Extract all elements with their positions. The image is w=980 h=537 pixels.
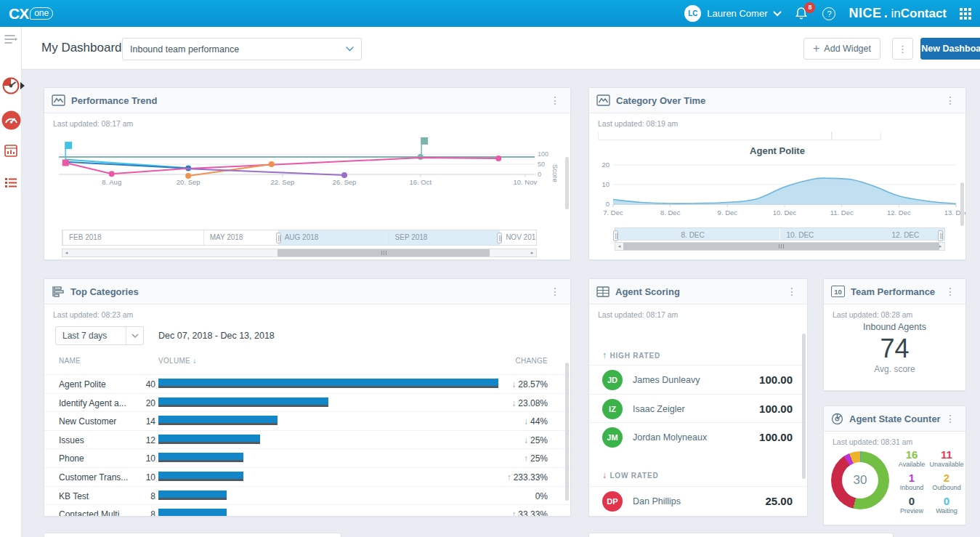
svg-text:11. Dec: 11. Dec — [830, 209, 854, 217]
volume-bar — [158, 379, 498, 388]
user-menu[interactable]: LC Lauren Comer — [684, 5, 782, 22]
agent-row[interactable]: JDJames Dunleavy100.00 — [589, 365, 807, 394]
category-row[interactable]: New Customer14↓44% — [44, 411, 570, 430]
category-row[interactable]: KB Test80% — [44, 486, 570, 505]
navigator-cell[interactable]: AUG 2018 — [278, 230, 389, 245]
arrow-down-icon: ↓ — [602, 470, 607, 480]
metric-label: Avg. score — [824, 364, 965, 374]
category-change: 0% — [535, 491, 548, 501]
scroll-thumb[interactable] — [278, 249, 490, 257]
agent-state-legend: 16Available11Unavailable1Inbound2Outboun… — [894, 449, 964, 517]
navigator-handle[interactable] — [276, 233, 281, 243]
sidebar-item-list[interactable] — [0, 177, 22, 188]
sidebar-item-reports[interactable] — [0, 145, 22, 157]
category-row[interactable]: Phone10↑25% — [44, 448, 570, 467]
category-row[interactable]: Customer Trans...10↑233.33% — [44, 467, 570, 486]
plus-icon: + — [813, 42, 819, 55]
navigator-cell[interactable]: FEB 2018 — [62, 230, 203, 245]
navigator-cell[interactable]: MAY 2018 — [203, 230, 278, 245]
widget-header: Performance Trend ⋮ — [44, 88, 570, 113]
category-change: ↑233.33% — [507, 472, 548, 483]
navigator-handle[interactable] — [497, 233, 502, 243]
scroll-left-arrow[interactable]: ◂ — [62, 249, 70, 257]
partial-widget-below-left — [44, 533, 341, 537]
agent-row[interactable]: JMJordan Molyneaux100.00 — [589, 422, 807, 451]
change-direction-icon: ↑ — [507, 472, 511, 483]
navigator-handle[interactable] — [613, 230, 618, 241]
widget-kebab-menu[interactable]: ⋮ — [942, 412, 958, 425]
change-value: 44% — [530, 416, 548, 427]
category-navigator[interactable]: 8. DEC10. DEC12. DEC — [615, 227, 945, 241]
agent-state-stat: 11Unavailable — [929, 449, 964, 471]
category-change: ↑33.33% — [511, 509, 548, 517]
performance-trend-scrollbar[interactable]: ◂▸ — [62, 249, 537, 257]
agent-row[interactable]: DPDan Phillips25.00 — [589, 486, 807, 515]
state-label: Outbound — [929, 484, 964, 492]
vertical-scrollbar[interactable] — [960, 182, 964, 226]
scroll-right-arrow[interactable]: ▸ — [528, 249, 536, 257]
navigator-cell[interactable]: SEP 2018 — [389, 230, 500, 245]
volume-bar — [158, 416, 278, 425]
collapsed-filter-outline — [598, 132, 881, 140]
vertical-scrollbar[interactable] — [565, 363, 569, 501]
category-row[interactable]: Issues12↓25% — [44, 430, 570, 449]
high-rated-rows: JDJames Dunleavy100.00IZIsaac Zeigler100… — [589, 365, 807, 451]
partial-widget-below-right — [588, 533, 894, 537]
widget-top-categories: Top Categories ⋮ Last updated: 08:23 am … — [44, 278, 571, 517]
widget-kebab-menu[interactable]: ⋮ — [547, 94, 563, 107]
change-direction-icon: ↑ — [511, 509, 516, 517]
category-scrollbar[interactable]: ◂▸ — [615, 242, 945, 251]
toolbar-kebab-menu[interactable]: ⋮ — [892, 38, 913, 60]
navigator-handle[interactable] — [938, 230, 943, 241]
widget-title: Team Performance — [851, 286, 935, 297]
widget-header: Agent State Counter ⋮ — [824, 406, 965, 432]
category-change: ↓23.08% — [511, 398, 548, 408]
state-label: Available — [894, 461, 929, 469]
state-label: Preview — [894, 507, 929, 515]
widget-kebab-menu[interactable]: ⋮ — [942, 94, 958, 107]
navigator-cell[interactable]: 12. DEC — [885, 228, 944, 240]
change-value: 25% — [530, 453, 548, 464]
help-button[interactable]: ? — [822, 7, 835, 20]
svg-text:20. Sep: 20. Sep — [177, 178, 201, 186]
state-count: 0 — [894, 496, 929, 507]
navigator-cell[interactable] — [615, 228, 675, 240]
dashboard-select[interactable]: Inbound team performance — [122, 38, 362, 60]
cxone-logo[interactable]: CX one — [9, 5, 53, 23]
vertical-scrollbar[interactable] — [565, 157, 569, 209]
new-dashboard-button[interactable]: New Dashboard — [920, 38, 980, 60]
table-icon — [596, 286, 610, 297]
scroll-thumb[interactable] — [623, 243, 939, 250]
add-widget-button[interactable]: + Add Widget — [803, 38, 880, 60]
sidebar-item-dashboards-flyout[interactable] — [0, 76, 22, 95]
app-launcher-icon[interactable] — [960, 8, 971, 20]
category-row[interactable]: Contacted Multi...8↑33.33% — [44, 504, 570, 517]
avg-score-value: 74 — [824, 334, 965, 364]
navigator-cell[interactable]: 10. DEC — [780, 228, 886, 240]
widget-kebab-menu[interactable]: ⋮ — [547, 285, 563, 298]
navigator-cell[interactable]: 8. DEC — [675, 228, 780, 240]
widget-performance-trend: Performance Trend ⋮ Last updated: 08:17 … — [44, 87, 571, 260]
category-row[interactable]: Identify Agent a...20↓23.08% — [44, 393, 570, 412]
category-row[interactable]: Agent Polite40↓28.57% — [44, 374, 570, 393]
sidebar-item-dashboard-active[interactable] — [0, 110, 22, 130]
scroll-left-arrow[interactable]: ◂ — [615, 243, 623, 250]
arrow-up-icon: ↑ — [602, 350, 607, 360]
widget-kebab-menu[interactable]: ⋮ — [942, 285, 958, 298]
widget-title: Agent State Counter — [849, 413, 941, 424]
widget-kebab-menu[interactable]: ⋮ — [784, 285, 800, 298]
performance-trend-chart: 100500Score8. Aug20. Sep22. Sep26. Sep16… — [44, 135, 571, 214]
navigator-cell[interactable]: NOV 2018 — [499, 230, 536, 245]
vertical-scrollbar[interactable] — [802, 334, 806, 479]
column-volume[interactable]: VOLUME ↓ — [158, 357, 196, 365]
widget-title: Agent Scoring — [615, 286, 680, 297]
category-volume: 8 — [117, 491, 155, 501]
notifications-button[interactable]: 8 — [795, 7, 809, 21]
agent-row[interactable]: IZIsaac Zeigler100.00 — [589, 394, 807, 423]
performance-trend-navigator[interactable]: FEB 2018MAY 2018AUG 2018SEP 2018NOV 2018 — [62, 230, 537, 246]
change-direction-icon: ↓ — [511, 398, 516, 408]
low-rated-label: ↓ LOW RATED — [602, 468, 658, 481]
date-range-select[interactable]: Last 7 days — [55, 326, 144, 345]
date-range-text: Dec 07, 2018 - Dec 13, 2018 — [158, 331, 275, 341]
sidebar-menu-button[interactable] — [0, 34, 22, 44]
